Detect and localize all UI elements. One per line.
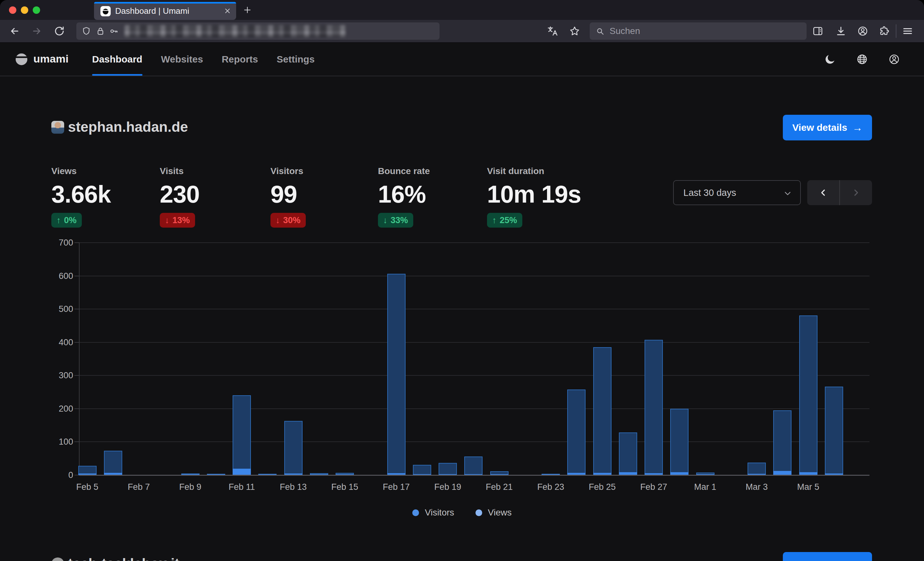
next-period-button[interactable] — [840, 180, 872, 205]
x-axis-label: Feb 9 — [170, 482, 211, 492]
bar-views-mar-4[interactable] — [773, 410, 792, 475]
brand-name[interactable]: umami — [33, 52, 69, 65]
forward-icon[interactable] — [31, 25, 43, 37]
bar-views-feb-11[interactable] — [232, 395, 251, 475]
bar-views-mar-6[interactable] — [825, 387, 843, 475]
nav-item-dashboard[interactable]: Dashboard — [92, 43, 142, 76]
key-icon[interactable] — [109, 26, 119, 36]
change-percent: 33% — [391, 215, 408, 225]
y-axis-label: 400 — [51, 337, 73, 347]
bar-visitors-feb-11[interactable] — [232, 469, 251, 475]
gridline-700 — [80, 242, 870, 243]
umami-app: umami DashboardWebsitesReportsSettings s… — [0, 43, 924, 561]
panel-icon[interactable] — [812, 25, 824, 37]
new-tab-button[interactable] — [243, 5, 252, 15]
pageviews-chart: 0100200300400500600700Feb 5Feb 7Feb 9Feb… — [51, 236, 873, 534]
theme-toggle-moon-icon[interactable] — [824, 53, 836, 66]
nav-items: DashboardWebsitesReportsSettings — [92, 43, 315, 76]
nav-item-settings[interactable]: Settings — [276, 43, 314, 76]
next-view-details-label: View details — [792, 560, 847, 561]
website-title[interactable]: stephan.hadan.de — [68, 119, 188, 135]
nav-item-reports[interactable]: Reports — [222, 43, 258, 76]
x-axis-label: Feb 19 — [427, 482, 469, 492]
legend-label: Views — [488, 507, 512, 518]
bookmark-star-icon[interactable] — [569, 25, 580, 37]
previous-period-button[interactable] — [807, 180, 839, 205]
y-axis-label: 700 — [51, 238, 73, 248]
x-axis-label: Mar 1 — [684, 482, 726, 492]
y-axis-label: 600 — [51, 271, 73, 281]
shield-icon[interactable] — [81, 26, 91, 36]
bar-views-feb-6[interactable] — [104, 451, 122, 475]
menu-hamburger-icon[interactable] — [902, 25, 914, 37]
bar-views-feb-17[interactable] — [387, 274, 405, 475]
extensions-icon[interactable] — [879, 25, 890, 37]
bar-views-mar-5[interactable] — [799, 316, 818, 475]
metric-value: 3.66k — [51, 180, 111, 208]
x-axis-label: Feb 25 — [581, 482, 623, 492]
nav-item-websites[interactable]: Websites — [161, 43, 203, 76]
bar-views-feb-26[interactable] — [619, 432, 637, 475]
bar-views-feb-25[interactable] — [593, 347, 612, 475]
gridline-300 — [80, 375, 870, 376]
metric-change-badge: ↓13% — [160, 213, 195, 227]
language-globe-icon[interactable] — [856, 53, 868, 66]
y-axis-label: 300 — [51, 370, 73, 380]
x-axis-label: Feb 23 — [530, 482, 572, 492]
next-website-title[interactable]: tech-tacklebox.it — [68, 556, 179, 561]
chart-legend: VisitorsViews — [51, 507, 873, 518]
y-axis-label: 100 — [51, 437, 73, 447]
arrow-right-icon: → — [852, 559, 863, 561]
lock-icon[interactable] — [96, 26, 105, 36]
next-view-details-button[interactable]: View details → — [783, 552, 872, 561]
search-input[interactable] — [609, 25, 790, 37]
metric-visit-duration: Visit duration10m 19s↑25% — [487, 166, 544, 176]
metric-change-badge: ↑0% — [51, 213, 82, 227]
back-icon[interactable] — [9, 25, 20, 37]
window-minimize-button[interactable] — [21, 6, 28, 14]
x-axis-label: Feb 7 — [118, 482, 160, 492]
metric-label: Visit duration — [487, 166, 544, 176]
metric-value: 99 — [270, 180, 297, 208]
appnav-icons — [824, 43, 900, 76]
umami-logo-icon[interactable] — [14, 51, 29, 66]
gridline-100 — [80, 441, 870, 442]
metric-visitors: Visitors99↓30% — [270, 166, 303, 176]
url-bar[interactable] — [76, 22, 440, 40]
profile-icon[interactable] — [888, 53, 900, 66]
date-range-select[interactable]: Last 30 days — [673, 180, 801, 205]
browser-toolbar — [0, 20, 924, 43]
legend-item-visitors[interactable]: Visitors — [412, 507, 454, 518]
window-zoom-button[interactable] — [33, 6, 40, 14]
metric-value: 230 — [160, 180, 200, 208]
window-close-button[interactable] — [9, 6, 16, 14]
umami-favicon-icon — [100, 6, 111, 16]
metric-change-badge: ↑25% — [487, 213, 522, 227]
legend-dot-icon — [476, 509, 482, 516]
arrow-up-icon: ↑ — [492, 215, 496, 225]
view-details-button[interactable]: View details → — [783, 115, 872, 141]
arrow-down-icon: ↓ — [383, 215, 388, 225]
x-axis-label: Feb 5 — [66, 482, 108, 492]
bar-views-feb-19[interactable] — [439, 463, 457, 475]
search-bar[interactable] — [590, 22, 807, 40]
bar-views-feb-24[interactable] — [567, 389, 585, 475]
bar-views-mar-3[interactable] — [747, 462, 766, 475]
change-percent: 25% — [500, 215, 517, 225]
legend-item-views[interactable]: Views — [476, 507, 512, 518]
bar-views-feb-28[interactable] — [670, 409, 688, 475]
bar-views-feb-13[interactable] — [284, 421, 303, 475]
translate-icon[interactable] — [547, 25, 559, 37]
bar-views-feb-18[interactable] — [413, 465, 431, 475]
bar-views-feb-20[interactable] — [464, 456, 483, 475]
bar-views-feb-27[interactable] — [645, 340, 663, 475]
downloads-icon[interactable] — [835, 25, 847, 37]
browser-tab-active[interactable]: Dashboard | Umami — [94, 2, 236, 20]
x-axis-label: Feb 17 — [375, 482, 417, 492]
account-icon[interactable] — [857, 25, 868, 37]
tab-close-icon[interactable] — [223, 7, 232, 15]
reload-icon[interactable] — [54, 25, 65, 37]
arrow-up-icon: ↑ — [57, 215, 61, 225]
y-axis-label: 500 — [51, 304, 73, 314]
browser-window: Dashboard | Umami — [0, 0, 924, 561]
